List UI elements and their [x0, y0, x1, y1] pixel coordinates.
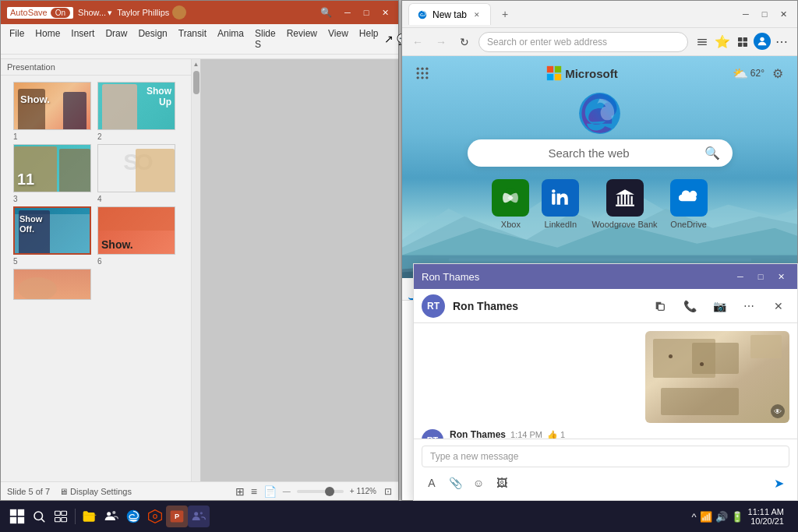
- teams-minimize-button[interactable]: ─: [732, 268, 749, 285]
- taskbar-office-icon[interactable]: O: [144, 506, 166, 527]
- browser-tab-newtab[interactable]: New tab ✕: [408, 3, 491, 25]
- fit-slide-icon[interactable]: ⊡: [384, 486, 392, 497]
- shortcut-onedrive[interactable]: OneDrive: [670, 179, 708, 229]
- search-button-icon[interactable]: 🔍: [704, 146, 720, 160]
- taskbar-search-button[interactable]: [28, 506, 50, 527]
- minimize-button[interactable]: ─: [341, 5, 355, 19]
- back-button[interactable]: ←: [408, 33, 427, 51]
- apps-grid-icon[interactable]: [413, 64, 432, 83]
- slide-item-7[interactable]: [13, 269, 91, 300]
- share-icon[interactable]: ↗: [384, 33, 394, 45]
- wifi-icon[interactable]: 📶: [700, 511, 712, 523]
- teams-attachment-icon[interactable]: 📎: [445, 473, 465, 493]
- menu-draw[interactable]: Draw: [100, 26, 132, 52]
- slides-panel[interactable]: Show. 1 ShowUp 2: [1, 76, 191, 481]
- image-view-icon[interactable]: 👁: [771, 404, 785, 418]
- menu-anima[interactable]: Anima: [212, 26, 249, 52]
- teams-restore-button[interactable]: □: [752, 268, 769, 285]
- outline-view-icon[interactable]: ≡: [251, 485, 257, 498]
- svg-rect-9: [449, 258, 751, 261]
- menu-insert[interactable]: Insert: [65, 26, 100, 52]
- slides-scrollbar[interactable]: ▲: [192, 59, 201, 481]
- display-settings[interactable]: 🖥 Display Settings: [59, 487, 132, 496]
- weather-widget[interactable]: ⛅ 62°: [733, 66, 764, 81]
- task-view-button[interactable]: [50, 506, 72, 527]
- teams-video-icon[interactable]: 📷: [708, 295, 730, 317]
- settings-gear-icon[interactable]: ⚙: [769, 65, 786, 82]
- start-button[interactable]: [6, 506, 28, 527]
- browser-maximize-button[interactable]: □: [757, 6, 772, 22]
- menu-design[interactable]: Design: [132, 26, 172, 52]
- search-placeholder: Search the web: [480, 146, 698, 160]
- show-dropdown[interactable]: Show... ▾: [78, 8, 112, 18]
- extensions-icon[interactable]: [693, 33, 711, 51]
- zoom-slider[interactable]: [297, 490, 344, 493]
- teams-call-icon[interactable]: 📞: [679, 295, 701, 317]
- tab-close-button[interactable]: ✕: [471, 9, 482, 20]
- address-bar[interactable]: Search or enter web address: [478, 32, 688, 52]
- shortcut-linkedin[interactable]: LinkedIn: [542, 179, 579, 229]
- slide-item-1[interactable]: Show. 1: [13, 82, 91, 130]
- slide-item-5[interactable]: ShowOff. 5: [13, 206, 91, 255]
- teams-chat-area: 👁 RT Ron Thames 1:14 PM 👍 1 Wow, perfect…: [414, 323, 797, 439]
- taskbar-teams-icon[interactable]: [101, 506, 122, 527]
- menu-transit[interactable]: Transit: [173, 26, 212, 52]
- taskbar-explorer-icon[interactable]: [79, 506, 101, 527]
- scroll-up-arrow[interactable]: ▲: [193, 61, 200, 68]
- taskbar-powerpoint-active-icon[interactable]: P: [166, 506, 188, 527]
- teams-close-button[interactable]: ✕: [772, 268, 789, 285]
- slide-item-4[interactable]: SO 4: [97, 144, 175, 192]
- autosave-toggle[interactable]: AutoSave On: [7, 7, 73, 19]
- teams-copy-icon[interactable]: [649, 295, 671, 317]
- shortcut-woodgrove[interactable]: Woodgrove Bank: [591, 179, 657, 229]
- teams-message-input[interactable]: Type a new message: [422, 446, 789, 467]
- teams-send-button[interactable]: ➤: [768, 472, 789, 494]
- teams-format-icon[interactable]: A: [422, 473, 442, 493]
- taskbar-edge-icon[interactable]: [122, 506, 144, 527]
- new-tab-button[interactable]: +: [496, 5, 514, 23]
- slide-item-3[interactable]: 11 3: [13, 144, 91, 192]
- battery-icon[interactable]: 🔋: [731, 511, 743, 523]
- teams-close-chat-icon[interactable]: ✕: [768, 295, 789, 317]
- menu-help[interactable]: Help: [354, 26, 384, 52]
- svg-rect-30: [620, 195, 622, 205]
- ppt-menubar: File Home Insert Draw Design Transit Ani…: [1, 24, 398, 55]
- menu-home[interactable]: Home: [30, 26, 65, 52]
- scroll-thumb[interactable]: [193, 71, 200, 94]
- slide-item-6[interactable]: Show. 6: [97, 206, 175, 255]
- teams-emoji-icon[interactable]: ☺: [468, 473, 489, 493]
- maximize-button[interactable]: □: [359, 5, 373, 19]
- search-icon[interactable]: 🔍: [316, 5, 336, 19]
- refresh-button[interactable]: ↻: [455, 33, 474, 51]
- menu-slides[interactable]: Slide S: [249, 26, 281, 52]
- show-desktop-button[interactable]: [789, 505, 792, 528]
- teams-sticker-icon[interactable]: 🖼: [492, 473, 512, 493]
- network-icon[interactable]: ^: [691, 511, 696, 523]
- browser-close-button[interactable]: ✕: [775, 6, 791, 22]
- grid-view-icon[interactable]: ⊞: [235, 485, 245, 498]
- teams-more-icon[interactable]: ⋯: [738, 295, 760, 317]
- settings-menu-icon[interactable]: ⋯: [772, 33, 791, 51]
- teams-input-actions: A 📎 ☺ 🖼 ➤: [422, 472, 789, 494]
- svg-rect-44: [62, 511, 67, 515]
- forward-button[interactable]: →: [432, 33, 450, 51]
- taskbar-teams-active-icon[interactable]: [188, 506, 210, 527]
- menu-review[interactable]: Review: [281, 26, 323, 52]
- favorites-icon[interactable]: ⭐: [713, 33, 732, 51]
- menu-view[interactable]: View: [323, 26, 354, 52]
- volume-icon[interactable]: 🔊: [715, 511, 728, 523]
- clock-area[interactable]: 11:11 AM 10/20/21: [748, 507, 784, 526]
- menu-file[interactable]: File: [4, 26, 30, 52]
- notes-view-icon[interactable]: 📄: [263, 485, 277, 498]
- ppt-win-controls: 🔍 ─ □ ✕: [316, 5, 392, 19]
- browser-minimize-button[interactable]: ─: [738, 6, 754, 22]
- user-avatar[interactable]: [172, 5, 186, 19]
- shortcut-xbox[interactable]: Xbox: [492, 179, 529, 229]
- slide-item-2[interactable]: ShowUp 2: [97, 82, 175, 130]
- autosave-label: AutoSave: [10, 8, 48, 17]
- close-button[interactable]: ✕: [378, 5, 392, 19]
- search-box[interactable]: Search the web 🔍: [468, 139, 733, 167]
- teams-contact-name: Ron Thames: [453, 300, 641, 312]
- collections-icon[interactable]: [733, 33, 752, 51]
- user-avatar-browser[interactable]: [754, 33, 771, 50]
